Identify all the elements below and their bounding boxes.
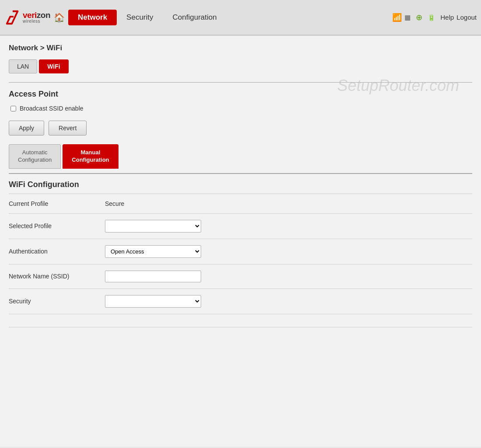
label-security: Security: [9, 298, 105, 305]
logo-wireless: wireless: [23, 19, 50, 24]
home-button[interactable]: 🏠: [54, 12, 65, 23]
logo: verizon wireless: [4, 9, 50, 26]
config-tabs: Automatic Configuration Manual Configura…: [9, 144, 472, 169]
breadcrumb: Network > WiFi: [9, 44, 472, 52]
select-security[interactable]: WEP WPA WPA2: [105, 295, 201, 308]
wifi-config-section: WiFi Configuration Current Profile Secur…: [9, 173, 472, 327]
nav-item-network[interactable]: Network: [68, 10, 117, 25]
form-row-security: Security WEP WPA WPA2: [9, 289, 472, 314]
form-row-ssid: Network Name (SSID): [9, 264, 472, 289]
navbar: verizon wireless 🏠 Network Security Conf…: [0, 0, 481, 36]
label-selected-profile: Selected Profile: [9, 222, 105, 229]
value-current-profile: Secure: [105, 200, 124, 207]
broadcast-ssid-row: Broadcast SSID enable: [9, 105, 472, 112]
logo-veri: veri: [23, 10, 37, 20]
nav-right-links: Help Logout: [440, 14, 477, 21]
battery-icon: 🔋: [428, 14, 435, 21]
access-point-section: Access Point SetupRouter.com Broadcast S…: [9, 90, 472, 173]
label-authentication: Authentication: [9, 248, 105, 255]
divider-1: [9, 82, 472, 83]
select-selected-profile[interactable]: [105, 220, 201, 233]
select-authentication[interactable]: Open Access Shared Key WPA-PSK WPA2-PSK: [105, 245, 201, 258]
nav-item-security[interactable]: Security: [117, 10, 163, 25]
tab-automatic-config[interactable]: Automatic Configuration: [9, 144, 61, 169]
tab-wifi[interactable]: WiFi: [39, 59, 68, 73]
logo-text: verizon wireless: [23, 11, 50, 24]
logo-zon: zon: [37, 10, 50, 20]
form-row-selected-profile: Selected Profile: [9, 214, 472, 239]
logout-link[interactable]: Logout: [457, 14, 477, 21]
help-link[interactable]: Help: [440, 14, 454, 21]
circle-icon: ⊕: [416, 13, 422, 22]
broadcast-ssid-label: Broadcast SSID enable: [20, 105, 84, 112]
sub-tabs: LAN WiFi: [9, 59, 472, 73]
tab-lan[interactable]: LAN: [9, 59, 37, 73]
label-ssid: Network Name (SSID): [9, 273, 105, 280]
form-row-extra: [9, 314, 472, 327]
revert-button[interactable]: Revert: [49, 121, 87, 135]
form-row-authentication: Authentication Open Access Shared Key WP…: [9, 239, 472, 264]
wifi-config-heading: WiFi Configuration: [9, 174, 472, 194]
nav-right: 📶 ▦ ⊕ 🔋 Help Logout: [392, 13, 477, 22]
label-current-profile: Current Profile: [9, 200, 105, 207]
nav-links: Network Security Configuration: [68, 10, 227, 25]
apply-button[interactable]: Apply: [9, 121, 44, 135]
nav-item-configuration[interactable]: Configuration: [163, 10, 227, 25]
form-row-current-profile: Current Profile Secure: [9, 194, 472, 214]
access-point-heading: Access Point: [9, 90, 472, 99]
verizon-swoosh-icon: [4, 9, 21, 26]
apply-revert-row: Apply Revert: [9, 121, 472, 135]
antenna-icon: 📶: [392, 13, 402, 22]
input-ssid[interactable]: [105, 271, 201, 282]
main-content: Network > WiFi LAN WiFi Access Point Set…: [0, 36, 481, 447]
network-grid-icon: ▦: [404, 14, 411, 21]
home-icon: 🏠: [54, 13, 65, 22]
tab-manual-config[interactable]: Manual Configuration: [63, 144, 118, 169]
broadcast-ssid-checkbox[interactable]: [10, 106, 16, 111]
signal-icons: 📶 ▦: [392, 13, 411, 22]
